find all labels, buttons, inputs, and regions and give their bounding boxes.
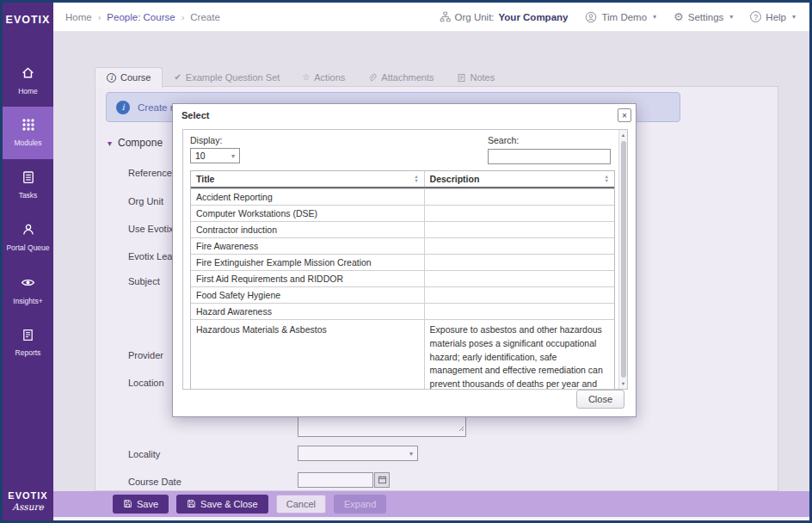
org-unit-value: Your Company: [499, 12, 569, 22]
sidebar-item-reports[interactable]: Reports: [3, 317, 53, 369]
row-description: [424, 255, 614, 270]
row-title: Food Safety Hygiene: [191, 287, 424, 303]
row-title: Accident Reporting: [191, 189, 424, 205]
breadcrumb-home[interactable]: Home: [65, 12, 92, 22]
row-description: [424, 189, 614, 205]
brand-assure-logo: EVOTIX Assure: [3, 490, 53, 512]
row-title: Hazard Awareness: [191, 304, 424, 319]
sidebar-item-label: Insights+: [11, 297, 44, 306]
sidebar-item-modules[interactable]: Modules: [3, 107, 53, 159]
help-label: Help: [766, 12, 786, 22]
sidebar-item-label: Tasks: [17, 191, 40, 200]
breadcrumb-section[interactable]: People: Course: [107, 12, 175, 22]
tasks-icon: [22, 170, 35, 188]
sidebar-item-label: Reports: [14, 348, 43, 358]
sidebar-item-portal-queue[interactable]: Portal Queue: [3, 212, 53, 264]
close-icon[interactable]: ×: [618, 108, 631, 122]
row-description: Exposure to asbestos and other hazardous…: [424, 320, 614, 390]
table-row[interactable]: Fire Extinguisher Example Mission Creati…: [191, 254, 614, 270]
row-title: Fire Awareness: [191, 238, 424, 254]
settings-label: Settings: [688, 12, 724, 22]
org-unit-label: Org Unit:: [455, 12, 495, 22]
app-window: EVOTIX Home Modules Tasks: [0, 0, 812, 523]
person-icon: [22, 223, 35, 240]
row-title: Fire Extinguisher Example Mission Creati…: [191, 255, 424, 270]
display-count-value: 10: [195, 151, 206, 161]
breadcrumb-separator-icon: ›: [181, 12, 185, 22]
sidebar-item-label: Modules: [12, 138, 43, 148]
breadcrumb-current: Create: [190, 12, 220, 22]
sidebar-item-label: Home: [16, 87, 40, 96]
table-row[interactable]: Contractor induction: [191, 221, 614, 237]
results-table: Title ▲▼ Description ▲▼: [190, 170, 615, 390]
sidebar: EVOTIX Home Modules Tasks: [3, 3, 53, 520]
column-header-description[interactable]: Description ▲▼: [424, 171, 614, 187]
column-label: Title: [196, 174, 214, 184]
column-header-title[interactable]: Title ▲▼: [191, 171, 424, 187]
chevron-down-icon: ▾: [653, 13, 656, 21]
sidebar-item-home[interactable]: Home: [3, 54, 53, 107]
top-header: Home › People: Course › Create Org Unit:…: [53, 3, 809, 32]
dialog-content: Display: 10 ▾ Search: Title ▲▼: [183, 130, 618, 389]
row-title: Computer Workstations (DSE): [191, 206, 424, 221]
column-label: Description: [430, 174, 480, 184]
row-title: Contractor induction: [191, 222, 424, 237]
chevron-down-icon: ▾: [231, 152, 235, 160]
row-description: [424, 287, 614, 303]
table-row[interactable]: Food Safety Hygiene: [191, 286, 614, 303]
breadcrumb-separator-icon: ›: [98, 12, 102, 22]
help-icon: ?: [750, 11, 761, 22]
settings-menu[interactable]: ⚙ Settings ▾: [674, 11, 733, 22]
table-row[interactable]: Hazard Awareness: [191, 303, 614, 319]
table-row[interactable]: Fire Awareness: [191, 237, 614, 254]
scrollbar-thumb[interactable]: [621, 141, 626, 378]
modules-icon: [22, 118, 35, 135]
close-button[interactable]: Close: [576, 390, 624, 409]
table-row[interactable]: Hazardous Materials & Asbestos Exposure …: [191, 319, 614, 390]
row-description: [424, 222, 614, 237]
chevron-down-icon: ▾: [729, 13, 733, 21]
help-menu[interactable]: ? Help ▾: [750, 11, 796, 22]
table-header-row: Title ▲▼ Description ▲▼: [191, 171, 614, 188]
dialog-title: Select: [181, 110, 209, 120]
brand-logo: EVOTIX: [3, 3, 53, 26]
user-name: Tim Demo: [601, 12, 647, 22]
document-icon: [22, 329, 34, 345]
row-description: [424, 238, 614, 254]
row-title: Hazardous Materials & Asbestos: [191, 320, 424, 390]
row-description: [424, 206, 614, 221]
sidebar-item-label: Portal Queue: [4, 243, 51, 253]
table-row[interactable]: First Aid Requirements and RIDDOR: [191, 270, 614, 286]
scroll-up-icon[interactable]: ▲: [619, 132, 627, 138]
sort-icon: ▲▼: [605, 175, 609, 182]
dialog-body: Display: 10 ▾ Search: Title ▲▼: [182, 129, 628, 390]
row-description: [424, 271, 614, 286]
select-dialog: Select × Display: 10 ▾ Search: Title: [172, 103, 637, 417]
search-input[interactable]: [488, 149, 611, 164]
user-icon: [585, 11, 597, 23]
table-row[interactable]: Computer Workstations (DSE): [191, 205, 614, 221]
row-description: [424, 304, 614, 319]
sidebar-item-tasks[interactable]: Tasks: [3, 159, 53, 212]
chevron-down-icon: ▾: [792, 13, 796, 21]
display-count-select[interactable]: 10 ▾: [190, 148, 240, 163]
org-unit-menu[interactable]: Org Unit: Your Company: [440, 11, 569, 22]
user-menu[interactable]: Tim Demo ▾: [585, 11, 656, 23]
eye-icon: [21, 275, 35, 293]
search-label: Search:: [488, 135, 611, 145]
table-row[interactable]: Accident Reporting: [191, 188, 614, 205]
scrollbar[interactable]: ▲ ▼: [618, 130, 627, 389]
sidebar-nav: Home Modules Tasks Portal Queue: [3, 54, 53, 369]
org-chart-icon: [440, 11, 451, 22]
scroll-down-icon[interactable]: ▼: [619, 381, 627, 386]
row-title: First Aid Requirements and RIDDOR: [191, 271, 424, 286]
home-icon: [21, 65, 35, 83]
gear-icon: ⚙: [674, 11, 684, 22]
search-block: Search:: [488, 135, 611, 164]
sort-icon: ▲▼: [414, 175, 418, 182]
sidebar-item-insights[interactable]: Insights+: [3, 264, 53, 317]
